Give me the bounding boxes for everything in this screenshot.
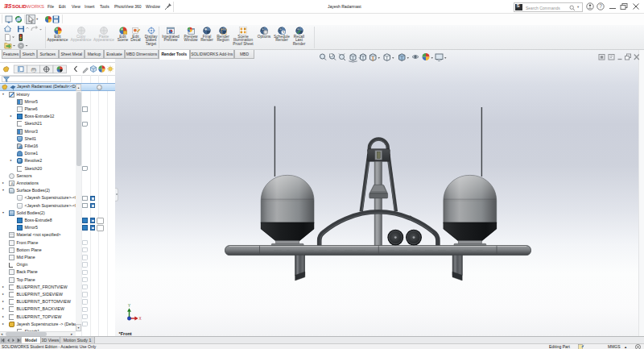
svg-text:*Front: *Front [119, 331, 132, 336]
svg-text:Y: Y [128, 304, 130, 308]
svg-text:?: ? [599, 3, 602, 9]
svg-text:X: X [139, 317, 142, 321]
svg-text:ⓜ: ⓜ [31, 67, 37, 73]
